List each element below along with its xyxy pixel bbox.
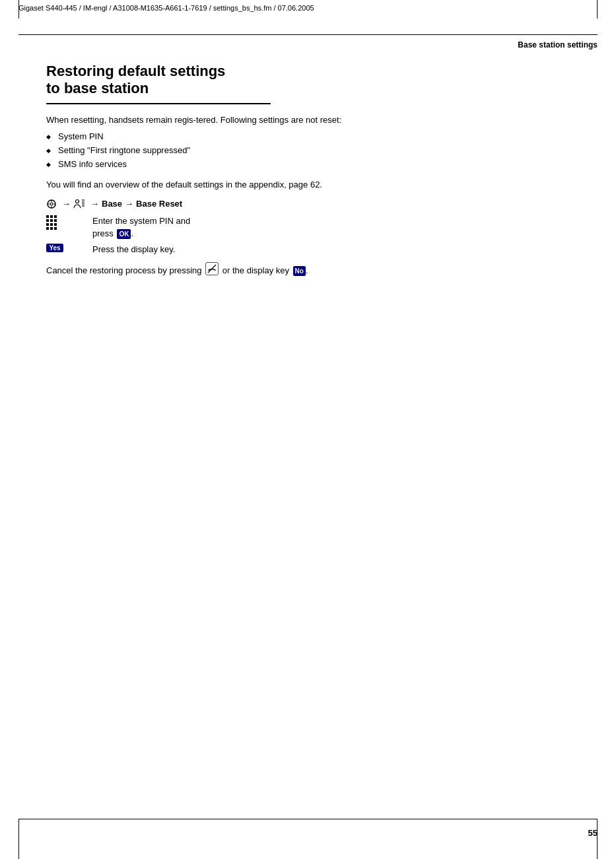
- step2-row: Yes Press the display key.: [46, 243, 570, 256]
- svg-point-6: [76, 199, 79, 203]
- nav-instruction: → → Base → Base Reset: [46, 197, 570, 211]
- section-title-text: Base station settings: [518, 40, 598, 50]
- svg-line-11: [208, 265, 216, 273]
- step1-text2: press: [92, 228, 116, 238]
- step2-text: Press the display key.: [92, 243, 570, 256]
- list-item: SMS info services: [46, 158, 570, 172]
- arrow3: →: [125, 197, 133, 211]
- end-key-icon: [205, 262, 219, 275]
- cancel-text2: or the display key: [222, 265, 292, 275]
- bottom-pipe-left: [18, 819, 19, 859]
- intro-text1: When resetting, handsets remain regis-te…: [46, 114, 570, 127]
- heading-rule: [46, 103, 271, 104]
- header-text: Gigaset S440-445 / IM-engl / A31008-M163…: [18, 4, 314, 12]
- page-number-area: 55: [18, 828, 598, 838]
- cancel-text1: Cancel the restoring process by pressing: [46, 265, 202, 275]
- keypad-icon-container: [46, 215, 92, 231]
- nav-base-reset-label: Base Reset: [136, 197, 182, 211]
- cancel-text: Cancel the restoring process by pressing…: [46, 262, 570, 277]
- bottom-margin-line: [18, 819, 598, 819]
- keypad-icon: [46, 215, 59, 231]
- list-item: Setting "First ringtone suppressed": [46, 144, 570, 158]
- menu-icon: [46, 199, 57, 209]
- chapter-heading: Restoring default settings to base stati…: [46, 63, 570, 98]
- svg-point-1: [50, 203, 53, 205]
- list-item: System PIN: [46, 130, 570, 144]
- arrow1: →: [62, 197, 71, 211]
- heading-line1: Restoring default settings: [46, 63, 570, 80]
- yes-badge-container: Yes: [46, 243, 92, 252]
- heading-line2: to base station: [46, 80, 570, 97]
- person-level-icon: [73, 199, 85, 209]
- cancel-icon-inline: [204, 262, 220, 275]
- step1-text: Enter the system PIN and press OK.: [92, 215, 570, 240]
- section-title: Base station settings: [0, 35, 616, 50]
- bullet-list: System PIN Setting "First ringtone suppr…: [46, 130, 570, 171]
- settings-circle-icon: [46, 199, 57, 209]
- person-icon: [73, 199, 85, 209]
- top-pipe-right: [597, 0, 598, 18]
- step1-text1: Enter the system PIN and: [92, 216, 190, 226]
- page-container: Gigaset S440-445 / IM-engl / A31008-M163…: [0, 0, 616, 859]
- no-badge: No: [293, 266, 306, 276]
- phone-end-icon: [207, 264, 217, 273]
- arrow2: →: [90, 197, 99, 211]
- top-pipe-left: [18, 0, 19, 18]
- ok-badge: OK: [117, 229, 131, 239]
- step1-row: Enter the system PIN and press OK.: [46, 215, 570, 240]
- page-number: 55: [588, 828, 598, 838]
- header-bar: Gigaset S440-445 / IM-engl / A31008-M163…: [0, 0, 616, 16]
- intro-text2: You will find an overview of the default…: [46, 178, 570, 191]
- nav-base-label: Base: [102, 197, 122, 211]
- bottom-pipe-right: [597, 819, 598, 859]
- yes-badge: Yes: [46, 244, 63, 252]
- main-content: Restoring default settings to base stati…: [0, 50, 616, 308]
